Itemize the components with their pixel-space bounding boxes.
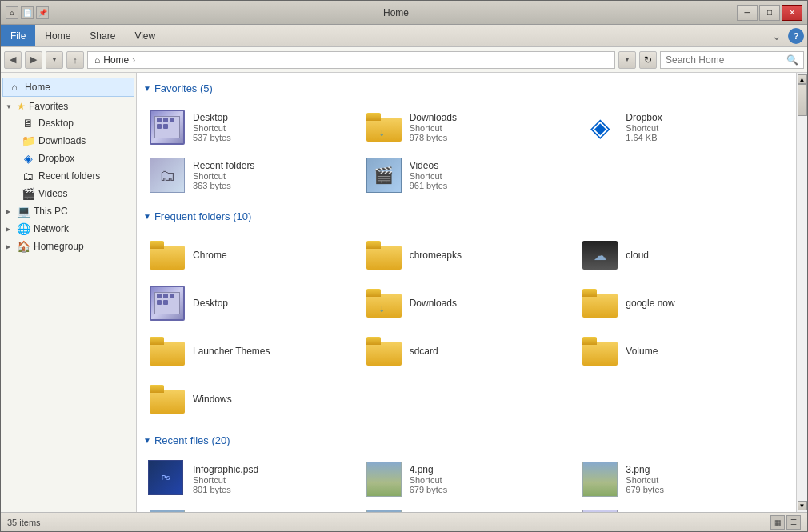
frequent-chrome-item[interactable]: Chrome [143,233,357,278]
frequent-launcher-name: Launcher Themes [193,346,270,357]
frequent-downloads-item[interactable]: ↓ Downloads [360,281,574,326]
desktop-shortcut-2-icon [150,286,185,321]
search-box: 🔍 [660,51,804,69]
minimize-button[interactable]: ─ [737,5,758,21]
favorites-section-header: ▼ Favorites (5) [143,79,790,98]
frequent-desktop-info: Desktop [193,298,228,309]
menu-expand-icon[interactable]: ⌄ [766,30,788,42]
menu-view[interactable]: View [125,27,165,45]
favorites-header-label: Favorites (5) [154,82,213,94]
psd-thumbnail-icon: Ps [148,460,183,495]
sidebar-item-videos[interactable]: 🎬 Videos [17,185,136,202]
back-button[interactable]: ◀ [4,51,22,69]
frequent-desktop-item[interactable]: Desktop [143,281,357,326]
recent-1png-item[interactable]: 1.png Shortcut [360,505,574,512]
window: ⌂ 📄 📌 Home ─ □ ✕ File Home Share View ⌄ … [0,0,808,532]
frequent-volume-item[interactable]: Volume [576,329,790,374]
help-button[interactable]: ? [788,28,804,44]
frequent-header-label: Frequent folders (10) [154,210,251,222]
maximize-button[interactable]: □ [759,5,780,21]
scrollbar[interactable]: ▲ ▼ [796,73,807,512]
sidebar-item-this-pc[interactable]: ▶ 💻 This PC [1,202,136,220]
up-button[interactable]: ↑ [66,51,84,69]
favorites-videos-size: 961 bytes [410,181,448,190]
address-path[interactable]: ⌂ Home › [87,51,615,69]
sidebar-item-recent-folders[interactable]: 🗂 Recent folders [17,167,136,185]
main-layout: ⌂ Home ▼ ★ Favorites 🖥 Desktop 📁 Downloa… [1,73,807,512]
favorites-dropbox-size: 1.64 KB [626,133,662,142]
sidebar-favorites-group[interactable]: ▼ ★ Favorites [1,98,136,114]
close-button[interactable]: ✕ [782,5,802,21]
frequent-launcher-item[interactable]: Launcher Themes [143,329,357,374]
window-title: Home [55,7,737,18]
favorites-recent-item[interactable]: 🗂 Recent folders Shortcut 363 bytes [143,153,357,198]
favorites-videos-item[interactable]: 🎬 Videos Shortcut 961 bytes [360,153,574,198]
frequent-chromeapks-item[interactable]: chromeapks [360,233,574,278]
frequent-cloud-info: cloud [626,250,649,261]
frequent-sdcard-item[interactable]: sdcard [360,329,574,374]
details-view-button[interactable]: ☰ [786,515,801,530]
large-icons-view-button[interactable]: ▦ [770,515,785,530]
menu-bar: File Home Share View ⌄ ? [1,25,807,47]
expand-icon: ▼ [6,103,15,110]
frequent-sdcard-name: sdcard [410,346,438,357]
frequent-googlenow-item[interactable]: google now [576,281,790,326]
recent-3png-item[interactable]: 3.png Shortcut 679 bytes [576,457,790,502]
home-icon: ⌂ [8,81,21,94]
refresh-button[interactable]: ↻ [639,51,657,69]
status-view-icons: ▦ ☰ [770,515,801,530]
recent-chevron-icon: ▼ [143,436,151,445]
favorites-chevron-icon: ▼ [143,84,151,93]
title-bar: ⌂ 📄 📌 Home ─ □ ✕ [1,1,807,25]
menu-share[interactable]: Share [80,27,125,45]
frequent-volume-info: Volume [626,346,658,357]
sidebar-favorites-label: Favorites [29,101,68,112]
address-bar: ◀ ▶ ▼ ↑ ⌂ Home › ▼ ↻ 🔍 [1,47,807,73]
frequent-chrome-info: Chrome [193,250,227,261]
sidebar-item-network[interactable]: ▶ 🌐 Network [1,220,136,238]
frequent-windows-item[interactable]: Windows [143,377,357,422]
sidebar-item-downloads[interactable]: 📁 Downloads [17,132,136,150]
folder-yellow-6-icon [582,337,618,366]
favorites-desktop-item[interactable]: Desktop Shortcut 537 bytes [143,105,357,150]
search-input[interactable] [666,54,786,66]
frequent-cloud-item[interactable]: ☁ cloud [576,233,790,278]
title-bar-icons: ⌂ 📄 📌 [6,6,49,19]
dropbox-icon: ◈ [22,152,34,165]
scroll-down-button[interactable]: ▼ [798,501,807,510]
sidebar-item-desktop[interactable]: 🖥 Desktop [17,114,136,132]
sidebar-item-dropbox[interactable]: ◈ Dropbox [17,150,136,167]
favorites-dropbox-item[interactable]: ◈ Dropbox Shortcut 1.64 KB [576,105,790,150]
favorites-downloads-type: Shortcut [410,123,457,133]
scroll-up-button[interactable]: ▲ [798,74,807,84]
favorites-recent-name: Recent folders [193,160,254,171]
recent-infographic-psd-item[interactable]: Ps Infographic.psd Shortcut 801 bytes [143,457,357,502]
favorites-dropbox-type: Shortcut [626,123,662,133]
frequent-chromeapks-icon [365,236,403,274]
sidebar-item-homegroup[interactable]: ▶ 🏠 Homegroup [1,238,136,255]
sidebar-recent-folders-label: Recent folders [38,170,100,182]
favorites-downloads-icon: ↓ [365,108,403,146]
forward-button[interactable]: ▶ [25,51,42,69]
this-pc-expand-icon: ▶ [6,208,15,215]
search-icon[interactable]: 🔍 [786,54,798,66]
path-dropdown-button[interactable]: ▼ [618,51,636,69]
sidebar-item-home[interactable]: ⌂ Home [2,78,134,97]
recent-infographic-png-item[interactable]: 📱 Infographic.png Shortcut [576,505,790,512]
recent-locations-button[interactable]: ▼ [46,51,63,69]
scroll-thumb[interactable] [798,84,807,116]
favorites-downloads-item[interactable]: ↓ Downloads Shortcut 978 bytes [360,105,574,150]
status-items-count: 35 items [7,518,41,527]
recent-4png-type: Shortcut [410,475,448,485]
sidebar-favorites-children: 🖥 Desktop 📁 Downloads ◈ Dropbox 🗂 Recent… [1,114,136,202]
recent-4png-item[interactable]: 4.png Shortcut 679 bytes [360,457,574,502]
menu-home[interactable]: Home [35,27,80,45]
recent-2png-item[interactable]: 2.png Shortcut 679 bytes [143,505,357,512]
favorites-dropbox-name: Dropbox [626,112,662,123]
menu-file[interactable]: File [1,25,35,46]
desktop-shortcut-icon [150,110,185,145]
frequent-grid: Chrome chromeapks ☁ [143,233,790,422]
favorites-dropbox-icon: ◈ [581,108,619,146]
recent-3png-name: 3.png [626,464,664,475]
frequent-sdcard-icon [365,332,403,370]
